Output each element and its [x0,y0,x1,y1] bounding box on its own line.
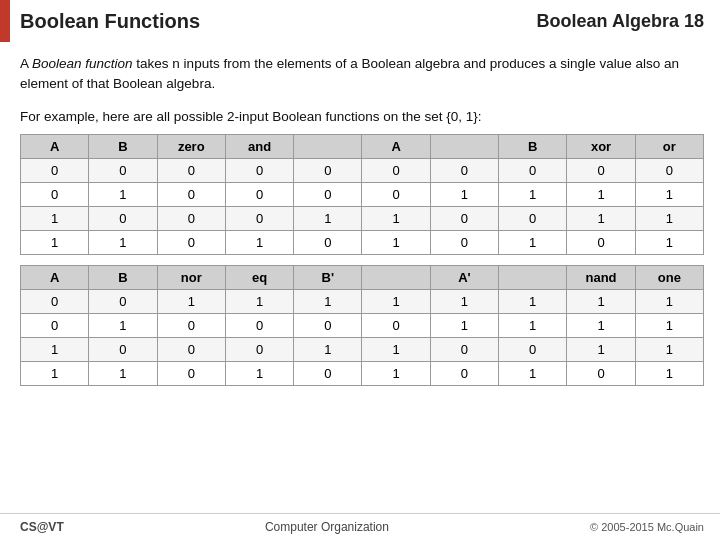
cell: 0 [635,158,703,182]
cell: 1 [89,313,157,337]
table-row: 0 0 0 0 0 0 0 0 0 0 [21,158,704,182]
cell: 0 [157,182,225,206]
cell: 0 [294,361,362,385]
cell: 0 [225,313,293,337]
table-row: 0 1 0 0 0 0 1 1 1 1 [21,182,704,206]
cell: 1 [499,182,567,206]
red-accent-bar [0,0,10,42]
cell: 0 [21,182,89,206]
table-top: A B zero and A B xor or 0 [20,134,704,255]
cell: 1 [635,230,703,254]
italic-term: Boolean function [32,56,133,71]
cell: 1 [567,182,635,206]
page-subtitle: Boolean Algebra 18 [537,0,720,42]
intro-paragraph: A Boolean function takes n inputs from t… [20,54,704,95]
col-header-empty3 [362,265,430,289]
table-bottom-body: 0 0 1 1 1 1 1 1 1 1 0 1 0 [21,289,704,385]
cell: 0 [89,289,157,313]
cell: 0 [362,158,430,182]
cell: 0 [499,206,567,230]
col-header-A1: A [21,134,89,158]
table-top-header-row: A B zero and A B xor or [21,134,704,158]
cell: 1 [21,206,89,230]
cell: 0 [567,361,635,385]
cell: 0 [157,230,225,254]
table-row: 1 0 0 0 1 1 0 0 1 1 [21,206,704,230]
col-header-B1: B [89,134,157,158]
cell: 1 [89,182,157,206]
cell: 0 [294,230,362,254]
cell: 0 [225,158,293,182]
tables-container: A B zero and A B xor or 0 [20,134,704,386]
cell: 1 [635,182,703,206]
col-header-B2: B [499,134,567,158]
cell: 1 [362,289,430,313]
cell: 0 [430,361,498,385]
col-header-empty2 [430,134,498,158]
cell: 1 [567,206,635,230]
cell: 0 [21,289,89,313]
col-header-eq: eq [225,265,293,289]
col-header-A2: A [362,134,430,158]
cell: 0 [567,230,635,254]
cell: 0 [567,158,635,182]
cell: 0 [225,206,293,230]
cell: 1 [362,230,430,254]
cell: 0 [430,230,498,254]
footer-right: © 2005-2015 Mc.Quain [590,521,704,533]
cell: 1 [635,361,703,385]
cell: 1 [362,361,430,385]
table-row: 0 0 1 1 1 1 1 1 1 1 [21,289,704,313]
cell: 0 [430,206,498,230]
footer-center: Computer Organization [265,520,389,534]
cell: 0 [499,337,567,361]
cell: 1 [430,289,498,313]
col-header-and: and [225,134,293,158]
cell: 0 [89,158,157,182]
table-row: 1 1 0 1 0 1 0 1 0 1 [21,361,704,385]
cell: 1 [21,230,89,254]
col-header-Aprime: A' [430,265,498,289]
cell: 0 [225,182,293,206]
cell: 0 [294,182,362,206]
cell: 1 [362,206,430,230]
cell: 1 [499,361,567,385]
cell: 1 [294,206,362,230]
cell: 0 [157,206,225,230]
table-bottom-header: A B nor eq B' A' nand one [21,265,704,289]
cell: 1 [21,361,89,385]
table-bottom-header-row: A B nor eq B' A' nand one [21,265,704,289]
cell: 1 [225,230,293,254]
cell: 0 [89,206,157,230]
col-header-one: one [635,265,703,289]
cell: 1 [635,313,703,337]
cell: 1 [157,289,225,313]
cell: 0 [157,361,225,385]
cell: 1 [635,337,703,361]
example-text: For example, here are all possible 2-inp… [20,109,704,124]
cell: 0 [430,337,498,361]
cell: 0 [21,313,89,337]
cell: 0 [362,182,430,206]
cell: 0 [225,337,293,361]
table-top-header: A B zero and A B xor or [21,134,704,158]
cell: 1 [225,361,293,385]
cell: 1 [499,230,567,254]
cell: 0 [157,313,225,337]
cell: 1 [225,289,293,313]
footer-left: CS@VT [20,520,64,534]
col-header-nand: nand [567,265,635,289]
page: Boolean Functions Boolean Algebra 18 A B… [0,0,720,540]
col-header-nor: nor [157,265,225,289]
cell: 0 [499,158,567,182]
cell: 1 [635,289,703,313]
col-header-A3: A [21,265,89,289]
col-header-zero: zero [157,134,225,158]
main-content: A Boolean function takes n inputs from t… [0,42,720,513]
col-header-B3: B [89,265,157,289]
col-header-empty4 [499,265,567,289]
col-header-empty1 [294,134,362,158]
cell: 1 [499,313,567,337]
cell: 1 [21,337,89,361]
cell: 1 [294,289,362,313]
